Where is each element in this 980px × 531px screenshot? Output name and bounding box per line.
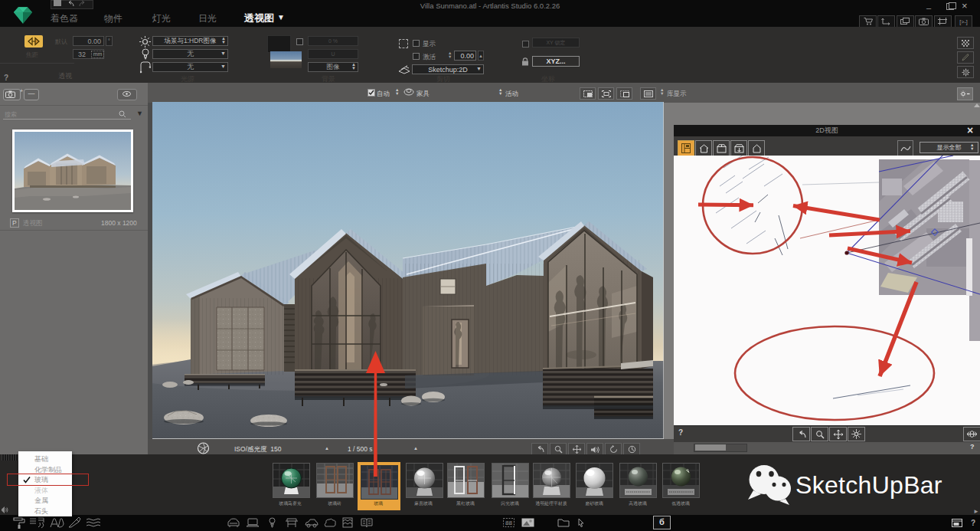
- svg-text:88: 88: [505, 520, 512, 526]
